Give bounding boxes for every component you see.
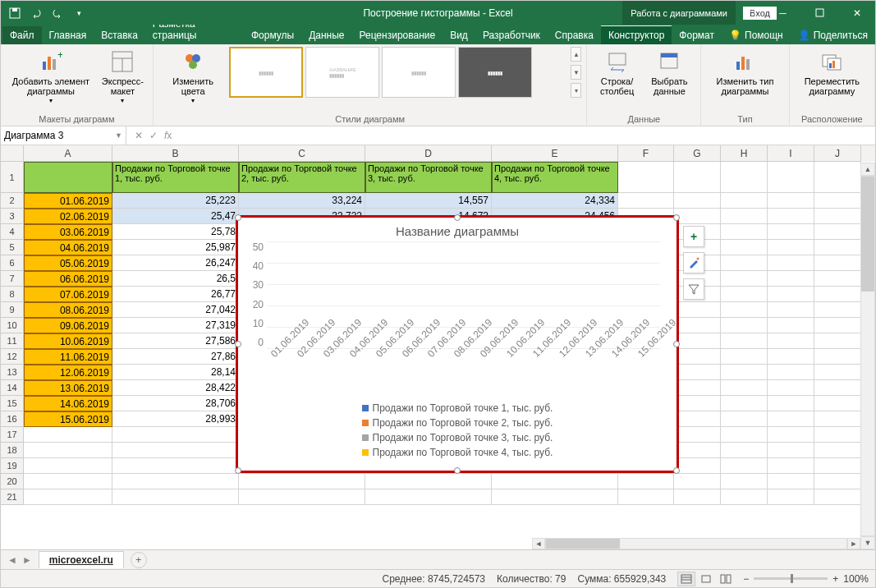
row-header[interactable]: 10	[1, 318, 24, 333]
col-header[interactable]: J	[814, 145, 861, 162]
cell[interactable]: 13.06.2019	[24, 380, 112, 396]
chart-style-2[interactable]: НАЗВАНИЕ▮▮▮▮▮▮	[305, 47, 379, 98]
resize-handle[interactable]	[235, 467, 241, 474]
cell[interactable]	[24, 162, 112, 193]
tell-me-button[interactable]: 💡Помощн	[722, 26, 791, 44]
tab-formulas[interactable]: Формулы	[244, 26, 301, 44]
close-button[interactable]: ✕	[838, 1, 875, 25]
row-header[interactable]: 8	[1, 287, 24, 302]
sheet-tab[interactable]: microexcel.ru	[39, 551, 124, 568]
chart-styles-gallery[interactable]: ▮▮▮▮▮▮ НАЗВАНИЕ▮▮▮▮▮▮ ▮▮▮▮▮▮ ▮▮▮▮▮▮	[229, 47, 569, 104]
chart-title[interactable]: Название диаграммы	[238, 218, 676, 241]
gallery-down-icon[interactable]: ▼	[571, 65, 581, 80]
cell[interactable]: 04.06.2019	[24, 240, 112, 255]
cell[interactable]: 05.06.2019	[24, 255, 112, 271]
cell[interactable]: 33,224	[239, 193, 365, 209]
cell[interactable]: 10.06.2019	[24, 333, 112, 349]
cell[interactable]: 25,47	[112, 209, 239, 224]
tab-help[interactable]: Справка	[548, 26, 601, 44]
zoom-in-icon[interactable]: +	[832, 573, 838, 585]
row-header[interactable]: 15	[1, 396, 24, 411]
redo-icon[interactable]	[48, 4, 67, 22]
tab-insert[interactable]: Вставка	[94, 26, 145, 44]
col-header[interactable]: B	[112, 145, 239, 162]
add-chart-element-button[interactable]: +Добавить элемент диаграммы▾	[6, 47, 96, 107]
zoom-control[interactable]: − + 100%	[743, 573, 869, 585]
chart-object[interactable]: Название диаграммы 50403020100 01.06.201…	[237, 217, 677, 471]
row-header[interactable]: 6	[1, 255, 24, 271]
cell[interactable]: 27,86	[112, 349, 239, 365]
zoom-level[interactable]: 100%	[843, 573, 869, 585]
col-header[interactable]: E	[492, 145, 618, 162]
change-chart-type-button[interactable]: Изменить тип диаграммы	[706, 47, 783, 98]
chart-filter-button[interactable]	[683, 278, 704, 300]
row-header[interactable]: 16	[1, 411, 24, 427]
change-colors-button[interactable]: Изменить цвета▾	[158, 47, 228, 107]
cell[interactable]: 08.06.2019	[24, 302, 112, 318]
cell[interactable]: 25,78	[112, 224, 239, 240]
row-header[interactable]: 14	[1, 380, 24, 396]
row-header[interactable]: 4	[1, 224, 24, 240]
cell[interactable]: Продажи по Торговой точке 1, тыс. руб.	[112, 162, 239, 193]
page-layout-view-icon[interactable]	[697, 572, 715, 586]
cell[interactable]: 12.06.2019	[24, 365, 112, 380]
gallery-up-icon[interactable]: ▲	[571, 47, 581, 62]
col-header[interactable]: A	[24, 145, 112, 162]
cell[interactable]: 14.06.2019	[24, 396, 112, 411]
sheet-nav-next-icon[interactable]: ►	[22, 554, 32, 566]
worksheet-grid[interactable]: A B C D E F G H I J 1Продажи по Торговой…	[1, 145, 875, 540]
col-header[interactable]: F	[618, 145, 674, 162]
page-break-view-icon[interactable]	[717, 572, 735, 586]
switch-row-column-button[interactable]: Строка/столбец	[592, 47, 641, 98]
tab-home[interactable]: Главная	[42, 26, 94, 44]
chart-style-4[interactable]: ▮▮▮▮▮▮	[458, 47, 532, 98]
cell[interactable]: 25,223	[112, 193, 239, 209]
select-all-corner[interactable]	[1, 145, 24, 162]
row-header[interactable]: 12	[1, 349, 24, 365]
cell[interactable]: 06.06.2019	[24, 271, 112, 287]
resize-handle[interactable]	[454, 467, 461, 474]
ribbon-display-icon[interactable]	[736, 1, 764, 25]
cell[interactable]: 07.06.2019	[24, 287, 112, 302]
tab-data[interactable]: Данные	[301, 26, 351, 44]
row-header[interactable]: 3	[1, 209, 24, 224]
cell[interactable]: Продажи по Торговой точке 4, тыс. руб.	[492, 162, 618, 193]
cell[interactable]: 03.06.2019	[24, 224, 112, 240]
cell[interactable]: 25,987	[112, 240, 239, 255]
cell[interactable]: 26,77	[112, 287, 239, 302]
cell[interactable]: 28,14	[112, 365, 239, 380]
cell[interactable]: 02.06.2019	[24, 209, 112, 224]
resize-handle[interactable]	[673, 467, 680, 474]
sheet-nav-prev-icon[interactable]: ◄	[7, 554, 17, 566]
share-button[interactable]: 👤Поделиться	[791, 26, 875, 44]
chart-style-3[interactable]: ▮▮▮▮▮▮	[382, 47, 456, 98]
row-header[interactable]: 1	[1, 162, 24, 193]
resize-handle[interactable]	[673, 341, 680, 347]
resize-handle[interactable]	[235, 214, 241, 221]
row-header[interactable]: 17	[1, 427, 24, 443]
cell[interactable]: 28,993	[112, 411, 239, 427]
resize-handle[interactable]	[673, 214, 680, 221]
row-header[interactable]: 11	[1, 333, 24, 349]
row-header[interactable]: 20	[1, 474, 24, 489]
row-header[interactable]: 5	[1, 240, 24, 255]
quick-layout-button[interactable]: Экспресс-макет▾	[98, 47, 148, 107]
cell[interactable]: 28,422	[112, 380, 239, 396]
resize-handle[interactable]	[454, 214, 461, 221]
tab-review[interactable]: Рецензирование	[351, 26, 443, 44]
zoom-slider[interactable]	[754, 577, 828, 580]
chart-styles-button[interactable]	[683, 252, 704, 273]
cancel-formula-icon[interactable]: ✕	[135, 130, 143, 141]
maximize-button[interactable]	[801, 1, 838, 25]
row-header[interactable]: 2	[1, 193, 24, 209]
gallery-more-icon[interactable]: ▾	[571, 83, 581, 98]
tab-view[interactable]: Вид	[443, 26, 475, 44]
cell[interactable]: 15.06.2019	[24, 411, 112, 427]
vertical-scrollbar[interactable]: ▲▼	[860, 163, 875, 549]
cell[interactable]: Продажи по Торговой точке 2, тыс. руб.	[239, 162, 365, 193]
col-header[interactable]: D	[365, 145, 492, 162]
cell[interactable]: Продажи по Торговой точке 3, тыс. руб.	[365, 162, 492, 193]
row-header[interactable]: 9	[1, 302, 24, 318]
row-header[interactable]: 19	[1, 458, 24, 474]
horizontal-scrollbar[interactable]: ◄►	[532, 536, 860, 551]
